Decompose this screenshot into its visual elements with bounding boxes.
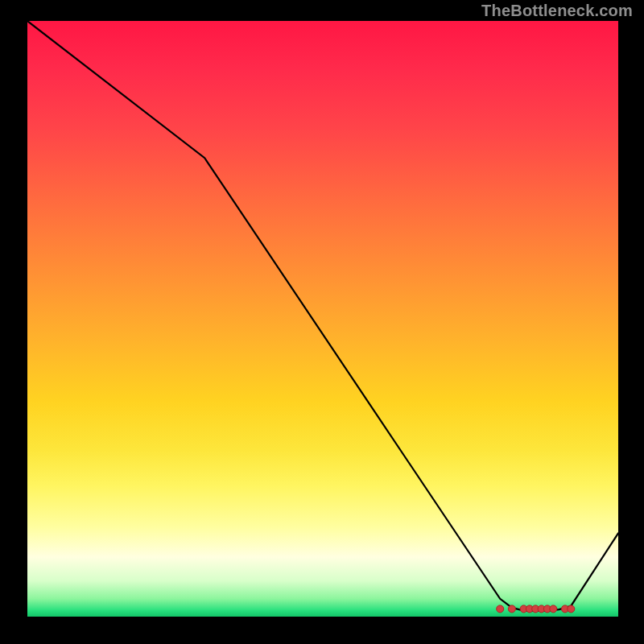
curve-svg <box>27 21 618 617</box>
plot-area <box>27 21 618 617</box>
optimal-marker <box>497 605 504 613</box>
chart-frame: TheBottleneck.com <box>0 0 644 644</box>
optimal-marker <box>568 605 575 613</box>
optimal-marker <box>550 605 557 613</box>
bottleneck-curve <box>27 21 618 611</box>
optimal-marker <box>508 605 515 613</box>
optimal-markers <box>497 605 575 613</box>
watermark-text: TheBottleneck.com <box>481 2 633 20</box>
